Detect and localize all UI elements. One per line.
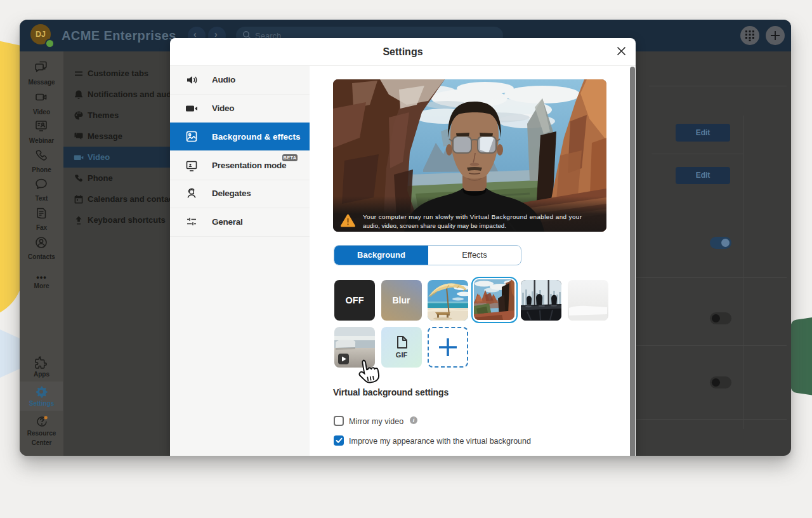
svg-text:Your computer may run slowly w: Your computer may run slowly with Virtua… (363, 213, 582, 220)
svg-text:audio, video, screen share qua: audio, video, screen share quality may b… (363, 222, 506, 229)
svg-text:GIF: GIF (395, 351, 407, 359)
